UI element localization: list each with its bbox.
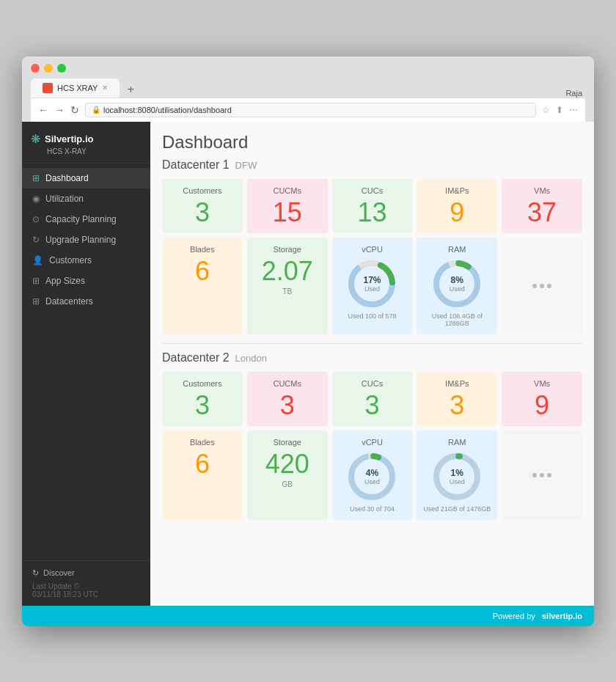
forward-button[interactable]: → xyxy=(54,104,65,116)
dc1-blades-card: Blades 6 xyxy=(162,238,243,334)
dc2-vcpu-label: vCPU xyxy=(338,438,407,447)
dc2-customers-card: Customers 3 xyxy=(162,372,243,426)
dc1-customers-label: Customers xyxy=(168,186,237,195)
more-icon[interactable]: ⋯ xyxy=(569,105,578,115)
utilization-icon: ◉ xyxy=(32,194,40,204)
minimize-button[interactable] xyxy=(44,64,53,73)
dc1-vcpu-used: Used xyxy=(363,285,381,293)
dc1-dots xyxy=(532,284,551,288)
dc1-vms-card: VMs 37 xyxy=(502,179,582,233)
sidebar-label-datacenters: Datacenters xyxy=(45,296,93,307)
last-update-label: Last Update © xyxy=(32,582,140,590)
sidebar-logo: ❋ Silvertip.io HCS X-RAY xyxy=(22,122,150,164)
sidebar-item-datacenters[interactable]: ⊞ Datacenters xyxy=(22,291,150,312)
datacenter-1: Datacenter 1 DFW Customers 3 CUCMs 15 CU… xyxy=(162,158,582,334)
dot-6 xyxy=(547,473,551,477)
logo-text: Silvertip.io xyxy=(45,133,93,144)
sidebar: ❋ Silvertip.io HCS X-RAY ⊞ Dashboard ◉ U… xyxy=(22,122,150,606)
sidebar-item-capacity[interactable]: ⊙ Capacity Planning xyxy=(22,209,150,230)
dc2-row2: Blades 6 Storage 420 GB vCPU xyxy=(162,430,582,520)
dc1-cucms-label: CUCMs xyxy=(253,186,322,195)
maximize-button[interactable] xyxy=(57,64,66,73)
bookmark-icon[interactable]: ☆ xyxy=(542,105,550,115)
dc2-vcpu-used: Used xyxy=(364,478,380,485)
section-divider xyxy=(162,343,582,344)
dc2-vcpu-pct: 4% xyxy=(364,468,380,478)
sidebar-label-capacity: Capacity Planning xyxy=(45,214,117,224)
browser-tab[interactable]: HCS XRAY ✕ xyxy=(31,78,120,98)
tab-close-icon[interactable]: ✕ xyxy=(102,84,108,92)
dc2-name: Datacenter 2 xyxy=(162,351,230,364)
dc1-cucs-card: CUCs 13 xyxy=(332,179,413,233)
dot-4 xyxy=(532,473,537,477)
sidebar-item-dashboard[interactable]: ⊞ Dashboard xyxy=(22,168,150,188)
customers-icon: 👤 xyxy=(32,255,43,265)
dc1-row2: Blades 6 Storage 2.07 TB vCPU xyxy=(162,238,582,334)
dc1-vcpu-pct: 17% xyxy=(363,275,381,285)
dc1-customers-value: 3 xyxy=(168,199,237,226)
dc1-storage-value: 2.07 xyxy=(253,258,322,285)
datacenters-icon: ⊞ xyxy=(32,296,40,307)
dc1-vcpu-label: vCPU xyxy=(338,245,407,254)
close-button[interactable] xyxy=(31,64,40,73)
dc1-vms-value: 37 xyxy=(507,199,576,226)
dc2-customers-label: Customers xyxy=(168,379,237,388)
footer-text: Powered by xyxy=(493,612,535,620)
dc2-blades-card: Blades 6 xyxy=(162,430,243,520)
dc1-dots-area xyxy=(502,238,582,334)
dc2-blades-label: Blades xyxy=(168,438,237,447)
dc1-blades-label: Blades xyxy=(168,245,237,254)
sidebar-item-utilization[interactable]: ◉ Utilization xyxy=(22,188,150,209)
dc2-customers-value: 3 xyxy=(168,392,237,419)
datacenter-2: Datacenter 2 London Customers 3 CUCMs 3 … xyxy=(162,351,582,520)
dc1-ram-card: RAM 8% Used Used 10 xyxy=(417,238,497,334)
dc2-row1: Customers 3 CUCMs 3 CUCs 3 IM&Ps 3 xyxy=(162,372,582,426)
footer-link[interactable]: silvertip.io xyxy=(542,612,582,620)
dc2-ram-used: Used xyxy=(450,478,465,485)
dc2-ram-label: RAM xyxy=(422,438,491,447)
dc1-vcpu-card: vCPU 17% Used Used xyxy=(332,238,413,334)
dc1-ram-used: Used xyxy=(450,285,465,293)
discover-button[interactable]: ↻ Discover xyxy=(32,568,140,578)
last-update-time: 03/11/18 18:23 UTC xyxy=(32,590,140,598)
user-label: Raja xyxy=(565,89,585,98)
appsizes-icon: ⊞ xyxy=(32,276,40,286)
tab-bar: HCS XRAY ✕ + Raja xyxy=(31,78,585,98)
dc2-vms-value: 9 xyxy=(507,392,576,419)
upgrade-icon: ↻ xyxy=(32,235,40,245)
dc2-cucs-label: CUCs xyxy=(338,379,407,388)
dc2-ram-pct: 1% xyxy=(450,468,465,478)
sidebar-nav: ⊞ Dashboard ◉ Utilization ⊙ Capacity Pla… xyxy=(22,164,150,560)
dc1-vcpu-footer: Used 100 of 578 xyxy=(338,312,407,320)
logo-sub: HCS X-RAY xyxy=(31,147,142,155)
sidebar-label-customers: Customers xyxy=(49,255,92,265)
share-icon[interactable]: ⬆ xyxy=(556,105,563,115)
url-bar[interactable]: 🔒 localhost:8080/utilisation/dashboard xyxy=(85,103,536,117)
datacenter-1-header: Datacenter 1 DFW xyxy=(162,158,582,172)
sidebar-label-appsizes: App Sizes xyxy=(45,276,85,286)
dc2-dots xyxy=(532,473,551,477)
dc2-cucs-value: 3 xyxy=(338,392,407,419)
main-content: Dashboard Datacenter 1 DFW Customers 3 C… xyxy=(150,122,594,606)
logo-icon: ❋ xyxy=(31,132,40,146)
sidebar-bottom: ↻ Discover Last Update © 03/11/18 18:23 … xyxy=(22,560,150,606)
discover-icon: ↻ xyxy=(32,568,39,578)
dc2-dots-area xyxy=(502,430,582,520)
dc1-storage-card: Storage 2.07 TB xyxy=(247,238,328,334)
dc1-storage-sub: TB xyxy=(253,287,322,296)
dc1-name: Datacenter 1 xyxy=(162,158,230,172)
sidebar-item-appsizes[interactable]: ⊞ App Sizes xyxy=(22,271,150,291)
dc2-imps-label: IM&Ps xyxy=(422,379,491,388)
dot-1 xyxy=(532,284,537,288)
sidebar-label-upgrade: Upgrade Planning xyxy=(45,235,116,245)
new-tab-button[interactable]: + xyxy=(122,81,139,98)
url-text: localhost:8080/utilisation/dashboard xyxy=(103,106,529,114)
dc2-cucms-label: CUCMs xyxy=(253,379,322,388)
capacity-icon: ⊙ xyxy=(32,214,40,224)
sidebar-item-upgrade[interactable]: ↻ Upgrade Planning xyxy=(22,230,150,250)
reload-button[interactable]: ↻ xyxy=(70,104,79,116)
last-update: Last Update © 03/11/18 18:23 UTC xyxy=(32,582,140,598)
sidebar-item-customers[interactable]: 👤 Customers xyxy=(22,250,150,271)
back-button[interactable]: ← xyxy=(38,104,48,116)
address-actions: ☆ ⬆ ⋯ xyxy=(542,105,578,115)
